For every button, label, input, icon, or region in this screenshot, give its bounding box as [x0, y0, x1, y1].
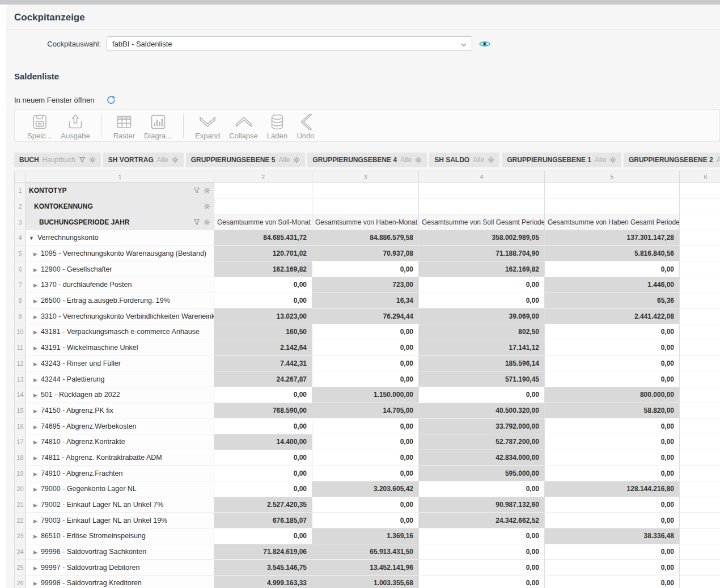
expand-row-icon[interactable]: ▶ [33, 345, 37, 351]
account-cell[interactable]: ▼Verrechnungskonto [26, 230, 214, 246]
value-cell[interactable]: 1.369,16 [312, 528, 419, 544]
value-cell[interactable]: 0,00 [545, 434, 680, 450]
value-cell[interactable]: 185.596,14 [419, 356, 545, 371]
account-cell[interactable]: ▶43191 - Wickelmaschine Unkel [26, 340, 214, 356]
value-cell[interactable]: 58.820,00 [545, 403, 680, 418]
value-cell[interactable]: 24.267,87 [214, 371, 312, 387]
filter-chip-gruppierungsebene-2[interactable]: GRUPPIERUNGSEBENE 2Alle [624, 153, 720, 167]
value-cell[interactable]: 162.169,82 [214, 261, 312, 277]
expand-row-icon[interactable]: ▶ [33, 392, 37, 398]
row-number[interactable]: 26 [15, 576, 26, 588]
filter-icon[interactable] [193, 187, 200, 194]
column-header-2[interactable]: 2 [214, 171, 312, 183]
measure-header-cell[interactable]: Gesamtsumme von Haben-Monat [312, 214, 419, 230]
expand-row-icon[interactable]: ▶ [33, 424, 37, 430]
toolbar-button-raster[interactable]: Raster [109, 112, 139, 140]
value-cell[interactable]: 2.441.422,08 [545, 308, 680, 324]
column-header-6[interactable]: 6 [680, 171, 720, 183]
value-cell[interactable]: 0,00 [214, 387, 312, 403]
value-cell[interactable]: 42.834.000,00 [419, 450, 545, 466]
value-cell[interactable]: 0,00 [419, 544, 545, 560]
filter-icon[interactable] [79, 156, 86, 163]
row-number[interactable]: 23 [15, 528, 26, 544]
value-cell[interactable]: 0,00 [545, 450, 680, 466]
row-number[interactable]: 22 [15, 513, 26, 528]
expand-row-icon[interactable]: ▶ [33, 361, 37, 367]
row-number[interactable]: 2 [15, 198, 26, 214]
value-cell[interactable]: 0,00 [545, 513, 680, 528]
account-cell[interactable]: ▶12900 - Gesellschafter [26, 261, 214, 277]
expand-row-icon[interactable]: ▶ [33, 581, 37, 586]
row-number[interactable]: 20 [15, 481, 26, 497]
column-header-5[interactable]: 5 [545, 171, 680, 183]
gear-icon[interactable] [204, 203, 210, 210]
toolbar-button-ausgabe[interactable]: Ausgabe [56, 112, 94, 140]
column-header-3[interactable]: 3 [312, 171, 419, 183]
account-cell[interactable]: ▶79002 - Einkauf Lager NL an Unkel 7% [26, 497, 214, 513]
value-cell[interactable]: 0,00 [312, 371, 419, 387]
gear-icon[interactable] [293, 156, 300, 163]
value-cell[interactable]: 76.294,44 [312, 308, 419, 324]
value-cell[interactable]: 0,00 [545, 340, 680, 356]
row-number[interactable]: 18 [15, 450, 26, 466]
value-cell[interactable]: 723,00 [312, 277, 419, 293]
value-cell[interactable]: 13.023,00 [214, 308, 312, 324]
value-cell[interactable]: 13.452.141,96 [312, 560, 419, 576]
gear-icon[interactable] [172, 156, 179, 163]
row-number[interactable]: 8 [15, 293, 26, 308]
row-number[interactable]: 1 [15, 183, 26, 198]
value-cell[interactable]: 0,00 [545, 560, 680, 576]
value-cell[interactable]: 0,00 [419, 481, 545, 497]
measure-header-cell[interactable]: Gesamtsumme von Haben Gesamt Periode [545, 214, 680, 230]
value-cell[interactable]: 0,00 [312, 356, 419, 371]
expand-row-icon[interactable]: ▶ [33, 298, 37, 304]
expand-row-icon[interactable]: ▶ [33, 408, 37, 414]
value-cell[interactable]: 0,00 [545, 324, 680, 340]
row-number[interactable]: 7 [15, 277, 26, 293]
column-header-4[interactable]: 4 [419, 171, 545, 183]
gear-icon[interactable] [488, 156, 494, 163]
value-cell[interactable]: 802,50 [419, 324, 545, 340]
value-cell[interactable]: 38.336,48 [545, 528, 680, 544]
value-cell[interactable]: 0,00 [545, 544, 680, 560]
value-cell[interactable]: 71.824.619,06 [214, 544, 312, 560]
account-cell[interactable]: ▶501 - Rücklagen ab 2022 [26, 387, 214, 403]
value-cell[interactable]: 7.442,31 [214, 356, 312, 371]
row-number[interactable]: 16 [15, 418, 26, 434]
expand-row-icon[interactable]: ▶ [33, 314, 37, 320]
expand-row-icon[interactable]: ▶ [33, 377, 37, 383]
value-cell[interactable]: 571.190,45 [419, 371, 545, 387]
column-header-1[interactable]: 1 [26, 171, 214, 183]
toolbar-button-speic[interactable]: Speic... [23, 112, 56, 140]
expand-row-icon[interactable]: ▶ [33, 471, 37, 477]
expand-row-icon[interactable]: ▶ [33, 251, 37, 257]
row-number[interactable]: 25 [15, 560, 26, 576]
value-cell[interactable]: 160,50 [214, 324, 312, 340]
value-cell[interactable]: 0,00 [419, 560, 545, 576]
value-cell[interactable]: 0,00 [214, 293, 312, 308]
filter-chip-sh-vortrag[interactable]: SH VORTRAGAlle [103, 153, 184, 167]
value-cell[interactable]: 0,00 [545, 576, 680, 588]
gear-icon[interactable] [204, 219, 210, 226]
value-cell[interactable]: 0,00 [419, 387, 545, 403]
value-cell[interactable]: 0,00 [545, 466, 680, 481]
value-cell[interactable]: 5.816.840,56 [545, 246, 680, 261]
value-cell[interactable]: 0,00 [545, 497, 680, 513]
account-cell[interactable]: ▶1370 - durchlaufende Posten [26, 277, 214, 293]
value-cell[interactable]: 1.150.000,00 [312, 387, 419, 403]
account-cell[interactable]: ▶74810 - Abgrenz.Kontrakte [26, 434, 214, 450]
dimension-cell-kontotyp[interactable]: KONTOTYP [26, 183, 214, 198]
account-cell[interactable]: ▶74811 - Abgrenz. Kontraktrabatte ADM [26, 450, 214, 466]
expand-row-icon[interactable]: ▶ [33, 439, 37, 445]
value-cell[interactable]: 2.142,64 [214, 340, 312, 356]
account-cell[interactable]: ▶3310 - Verrechnungskonto Verbindlichkei… [26, 308, 214, 324]
value-cell[interactable]: 0,00 [419, 528, 545, 544]
toolbar-button-undo[interactable]: Undo [292, 112, 319, 140]
value-cell[interactable]: 4.999.163,33 [214, 576, 312, 588]
toolbar-button-expand[interactable]: Expand [190, 112, 225, 140]
value-cell[interactable]: 90.987.132,60 [419, 497, 545, 513]
account-cell[interactable]: ▶79000 - Gegenkonto Lager NL [26, 481, 214, 497]
row-number[interactable]: 14 [15, 387, 26, 403]
value-cell[interactable]: 137.301.147,28 [545, 230, 680, 246]
gear-icon[interactable] [89, 156, 96, 163]
